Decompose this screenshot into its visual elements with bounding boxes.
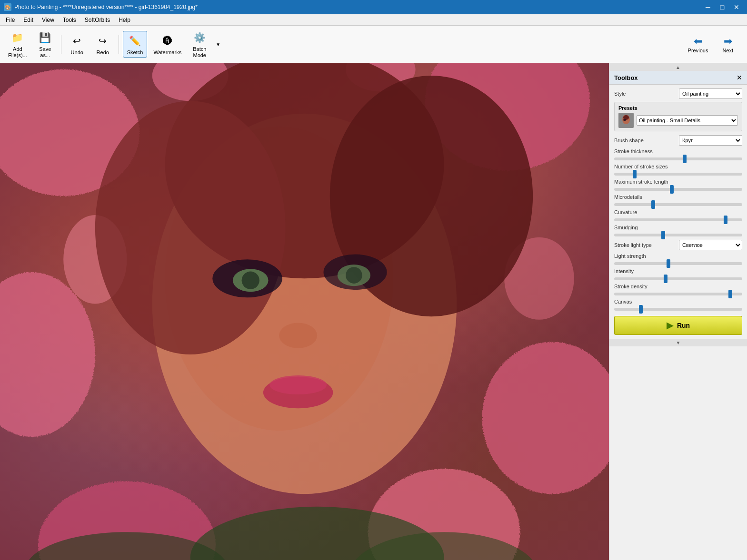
smudging-slider[interactable] <box>614 234 742 236</box>
stroke-sizes-label: Number of stroke sizes <box>614 164 742 169</box>
stroke-density-label: Stroke density <box>614 284 742 289</box>
painting-bg <box>0 63 609 560</box>
painting-svg <box>0 63 609 560</box>
microdetails-section: Microdetails <box>614 194 742 207</box>
stroke-density-slider[interactable] <box>614 293 742 295</box>
max-stroke-slider[interactable] <box>614 188 742 191</box>
menu-view[interactable]: View <box>38 16 58 24</box>
toolbox-close-button[interactable]: ✕ <box>737 74 742 81</box>
sketch-button[interactable]: ✏️ Sketch <box>123 31 148 58</box>
title-bar-left: 🎨 Photo to Painting - ****Unregistered v… <box>4 3 198 11</box>
svg-point-20 <box>346 267 362 284</box>
stroke-thickness-label: Stroke thickness <box>614 148 742 154</box>
watermarks-icon: 🅐 <box>160 33 175 49</box>
toolbar: 📁 AddFile(s)... 💾 Saveas... ↩ Undo ↪ Red… <box>0 26 747 63</box>
style-select[interactable]: Oil painting <box>679 88 742 99</box>
menu-edit[interactable]: Edit <box>20 16 37 24</box>
menu-bar: File Edit View Tools SoftOrbits Help <box>0 14 747 26</box>
title-bar: 🎨 Photo to Painting - ****Unregistered v… <box>0 0 747 14</box>
title-bar-controls: ─ □ ✕ <box>701 2 743 12</box>
save-as-icon: 💾 <box>38 30 53 45</box>
presets-select[interactable]: Oil painting - Small Details <box>637 115 738 126</box>
max-stroke-label: Maximum stroke length <box>614 179 742 185</box>
add-files-label: AddFile(s)... <box>8 46 27 59</box>
menu-tools[interactable]: Tools <box>59 16 80 24</box>
menu-file[interactable]: File <box>2 16 19 24</box>
next-button[interactable]: ➡ Next <box>716 33 739 56</box>
previous-label: Previous <box>688 48 708 53</box>
intensity-label: Intensity <box>614 268 742 274</box>
stroke-light-label: Stroke light type <box>614 242 676 248</box>
curvature-section: Curvature <box>614 209 742 223</box>
painting-canvas <box>0 63 609 560</box>
light-strength-slider[interactable] <box>614 262 742 265</box>
svg-point-3 <box>482 342 609 494</box>
presets-thumbnail <box>619 114 633 127</box>
style-label: Style <box>614 91 676 97</box>
title-bar-text: Photo to Painting - ****Unregistered ver… <box>14 4 198 10</box>
menu-help[interactable]: Help <box>115 16 134 24</box>
save-as-button[interactable]: 💾 Saveas... <box>33 28 57 61</box>
batch-mode-button[interactable]: ⚙️ BatchMode <box>188 28 211 61</box>
previous-icon: ⬅ <box>694 35 702 48</box>
microdetails-slider[interactable] <box>614 203 742 206</box>
svg-point-31 <box>623 119 626 121</box>
stroke-sizes-slider[interactable] <box>614 173 742 176</box>
add-files-button[interactable]: 📁 AddFile(s)... <box>4 28 31 61</box>
batch-mode-icon: ⚙️ <box>192 30 207 45</box>
add-files-icon: 📁 <box>10 30 25 45</box>
undo-label: Undo <box>71 49 83 55</box>
run-button[interactable]: ▶ Run <box>614 316 742 335</box>
intensity-slider[interactable] <box>614 277 742 280</box>
light-strength-label: Light strength <box>614 253 742 259</box>
canvas-label: Canvas <box>614 299 742 305</box>
run-label: Run <box>677 322 690 329</box>
stroke-thickness-slider[interactable] <box>614 157 742 160</box>
toolbox-scroll-up-btn[interactable]: ▲ <box>609 63 747 71</box>
presets-row: Oil painting - Small Details <box>618 113 738 128</box>
curvature-label: Curvature <box>614 209 742 215</box>
redo-icon: ↪ <box>95 33 110 49</box>
image-scroll-area: ▲ <box>0 63 609 560</box>
redo-button[interactable]: ↪ Redo <box>91 31 115 58</box>
toolbox-scroll-down[interactable]: ▼ <box>609 339 747 346</box>
stroke-light-select[interactable]: Светлое <box>679 240 742 250</box>
minimize-button[interactable]: ─ <box>701 2 715 12</box>
image-view[interactable] <box>0 63 609 560</box>
stroke-density-section: Stroke density <box>614 284 742 297</box>
menu-softorbits[interactable]: SoftOrbits <box>81 16 114 24</box>
previous-button[interactable]: ⬅ Previous <box>682 33 715 56</box>
next-icon: ➡ <box>724 35 732 48</box>
stroke-sizes-section: Number of stroke sizes <box>614 164 742 177</box>
smudging-label: Smudging <box>614 225 742 230</box>
toolbar-sep-1 <box>61 35 61 54</box>
stroke-light-row: Stroke light type Светлое <box>614 240 742 250</box>
app-icon: 🎨 <box>4 3 11 11</box>
svg-point-13 <box>95 101 286 355</box>
curvature-slider[interactable] <box>614 218 742 221</box>
toolbox-panel: ▲ Toolbox ✕ Style Oil painting Presets <box>609 63 747 560</box>
toolbar-sep-2 <box>119 35 119 54</box>
brush-shape-label: Brush shape <box>614 138 676 143</box>
watermarks-label: Watermarks <box>153 49 181 55</box>
presets-icon <box>618 113 634 128</box>
toolbox-content: Style Oil painting Presets <box>609 85 747 339</box>
max-stroke-section: Maximum stroke length <box>614 179 742 192</box>
sketch-icon: ✏️ <box>128 33 143 49</box>
undo-button[interactable]: ↩ Undo <box>65 31 89 58</box>
microdetails-label: Microdetails <box>614 194 742 200</box>
brush-shape-select[interactable]: Круг <box>679 135 742 146</box>
canvas-section: Canvas <box>614 299 742 312</box>
stroke-thickness-section: Stroke thickness <box>614 148 742 162</box>
watermarks-button[interactable]: 🅐 Watermarks <box>149 31 186 58</box>
undo-icon: ↩ <box>70 33 85 49</box>
toolbox-title: Toolbox <box>614 74 638 81</box>
toolbox-header: Toolbox ✕ <box>609 71 747 85</box>
redo-label: Redo <box>97 49 109 55</box>
canvas-slider[interactable] <box>614 308 742 311</box>
toolbar-more-button[interactable]: ▼ <box>213 35 223 54</box>
svg-point-23 <box>269 375 327 394</box>
maximize-button[interactable]: □ <box>716 2 729 12</box>
svg-point-21 <box>279 323 317 348</box>
close-button[interactable]: ✕ <box>730 2 743 12</box>
